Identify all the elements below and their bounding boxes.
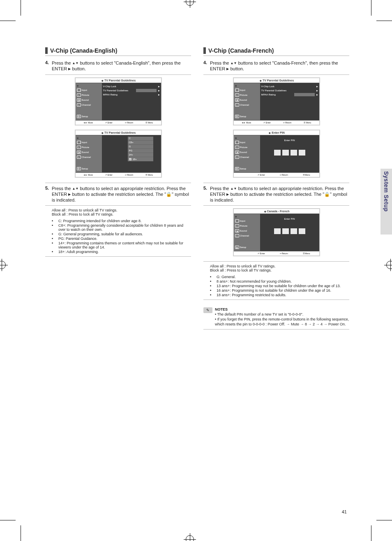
antenna-icon: ◑ [77,98,81,102]
osd-main: V-Chip Lock▶ TV Parental Guidelines▶ MPA… [102,83,161,120]
step-number: 5. [203,186,210,203]
section-bar-icon [203,47,206,54]
pin-digit-box [274,228,281,234]
osd-screenshot: ◆Canada - French ◉ ⋮⋮Input ♪Picture ◑Sou… [234,209,319,255]
section-bar-icon [45,47,48,54]
antenna-icon: ◑ [77,151,81,154]
osd-sidebar: ◉ ⋮⋮Input ♪Picture ◑Sound ⌂Channel ✿Setu… [234,83,260,120]
music-icon: ♪ [235,146,239,149]
pin-label: Enter PIN [261,218,318,220]
page: V-Chip (Canada-English) 4. Press the ▲▼ … [23,14,369,527]
allow-all-label: Allow all : Press to unlock all TV ratin… [210,264,349,268]
plug-icon: ⌂ [235,234,239,237]
right-arrow-icon: ▶ [316,93,318,96]
film-icon: ⋮⋮ [235,141,239,144]
gear-icon: ✿ [235,115,239,118]
step-body: Press the ▲▼ buttons to select "Canada-E… [52,60,191,72]
plug-icon: ⌂ [235,103,239,107]
osd-screenshot: ◆TV Parental Guidelines ◉ ⋮⋮Input ♪Pictu… [234,78,319,125]
step-number: 4. [203,60,210,72]
osd-header: ◆TV Parental Guidelines [76,78,161,83]
osd-footer: ◄► Move ⏎ Enter ↩ Return ☰ Menu [234,120,319,125]
cropmark [371,0,371,16]
cropmark [376,21,392,21]
plug-icon: ⌂ [77,156,81,159]
osd-screenshot: ◆TV Parental Guidelines ◉ ⋮⋮Input ♪Pictu… [76,78,161,125]
plug-icon: ⌂ [235,156,239,159]
rule [203,205,349,206]
cropmark [376,520,392,520]
osd-footer: . ⏎ Enter ↩ Return ☰ Menu [234,251,319,255]
osd-main: V-Chip Lock▶ TV Parental Guidelines▶ MPA… [260,83,319,120]
updown-arrow-icon: ▲▼ [72,187,79,190]
rating-list-left: •C: Programming intended for children un… [52,219,191,254]
pin-digit-box [291,150,297,156]
cropmark [0,21,16,21]
antenna-icon: ◑ [235,151,239,154]
block-all-label: Block all : Press to lock all TV ratings… [210,268,349,272]
registration-mark-top [186,0,194,6]
step-number: 5. [45,186,52,203]
updown-arrow-icon: ▲▼ [72,61,79,65]
section-heading-left: V-Chip (Canada-English) [50,47,117,54]
block-all-label: Block all : Press to lock all TV ratings… [52,212,191,216]
step-4-left: 4. Press the ▲▼ buttons to select "Canad… [45,60,191,72]
pin-digit-box [282,228,289,234]
rule [203,183,349,183]
pin-digit-box [274,150,281,156]
pin-label: Enter PIN [261,139,318,142]
pin-entry [261,228,318,234]
film-icon: ⋮⋮ [77,141,81,144]
pin-digit-box [299,228,305,234]
step-body: Press the ▲▼ buttons to select "Canada-F… [210,60,349,72]
antenna-icon: ◑ [235,98,239,102]
osd-header: ◆TV Parental Guidelines [76,130,161,135]
note-title: NOTES [215,307,349,312]
music-icon: ♪ [235,93,239,97]
left-column: V-Chip (Canada-English) 4. Press the ▲▼ … [45,47,191,332]
osd-sidebar: ◉ ⋮⋮Input ♪Picture ◑Sound ⌂Channel ✿Setu… [76,83,102,120]
right-arrow-icon: ▶ [158,89,160,92]
side-tab: System Setup [380,169,392,235]
rule [45,205,191,206]
film-icon: ⋮⋮ [235,88,239,92]
osd-header: ◆TV Parental Guidelines [234,78,319,83]
side-tab-label: System Setup [383,171,390,212]
note-icon: ✎ [203,307,212,313]
step-body: Press the ▲▼ buttons to select an approp… [52,186,191,203]
osd-footer: . ⏎ Enter ↩ Return ☰ Menu [234,172,319,177]
right-column: V-Chip (Canada-French) 4. Press the ▲▼ b… [203,47,349,332]
music-icon: ♪ [235,224,239,228]
osd-sidebar: ◉ ⋮⋮Input ♪Picture ◑Sound ⌂Channel ✿Setu… [76,135,102,172]
step-5-right: 5. Press the ▲▼ buttons to select an app… [203,186,349,203]
gear-icon: ✿ [77,167,81,170]
rating-list-right: •G: General. •8 ans+: Not recommended fo… [210,275,349,297]
step-number: 4. [45,60,52,72]
registration-mark-left [0,261,6,269]
osd-main: Enter PIN [260,135,319,172]
cropmark [371,525,371,541]
gear-icon: ✿ [77,115,81,118]
antenna-icon: ◑ [235,229,239,232]
rule [45,256,191,257]
osd-sidebar: ◉ ⋮⋮Input ♪Picture ◑Sound ⌂Channel ✿Setu… [234,135,260,172]
page-number: 41 [342,509,347,514]
gear-icon: ✿ [235,167,239,170]
plug-icon: ⌂ [77,103,81,107]
right-arrow-icon: ▶ [316,89,318,92]
rule [203,261,349,262]
updown-arrow-icon: ▲▼ [231,187,237,190]
check-icon: ✓ [129,158,131,160]
rule [45,183,191,183]
allow-all-label: Allow all : Press to unlock all TV ratin… [52,208,191,212]
right-arrow-icon: ▶ [158,85,160,88]
rule [203,300,349,300]
registration-mark-right [386,261,392,269]
pin-digit-box [299,150,305,156]
film-icon: ⋮⋮ [235,219,239,223]
osd-submenu: C C8+ G PG 14+ ✓18+ [128,137,153,161]
osd-screenshot: ◆TV Parental Guidelines ◉ ⋮⋮Input ♪Pictu… [76,130,161,177]
pin-digit-box [282,150,289,156]
osd-main: Enter PIN [260,214,319,251]
music-icon: ♪ [77,146,81,149]
